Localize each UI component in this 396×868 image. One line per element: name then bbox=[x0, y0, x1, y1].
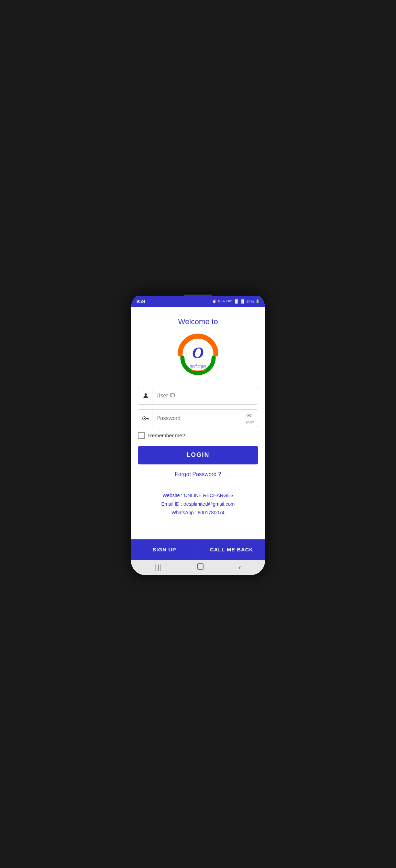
user-icon bbox=[142, 387, 153, 404]
logo-svg: O Recharges bbox=[176, 332, 220, 376]
svg-rect-7 bbox=[148, 419, 148, 420]
website-info: Website : ONLINE RECHARGES bbox=[138, 491, 258, 500]
svg-point-5 bbox=[144, 418, 145, 419]
battery-level: 54% bbox=[246, 299, 254, 304]
remember-me-row: Remember me? bbox=[138, 432, 258, 439]
status-time: 9:24 bbox=[136, 299, 145, 304]
show-password-toggle[interactable]: 👁 show bbox=[246, 413, 254, 424]
show-label: show bbox=[246, 420, 254, 424]
signal2-icon: ▐▌ bbox=[240, 299, 245, 303]
svg-rect-6 bbox=[146, 418, 148, 419]
user-id-field[interactable] bbox=[138, 387, 258, 405]
svg-text:Recharges: Recharges bbox=[189, 364, 207, 369]
contact-info: Website : ONLINE RECHARGES Email ID : oe… bbox=[138, 491, 258, 517]
menu-nav-icon[interactable]: ||| bbox=[152, 561, 165, 574]
volte-icon: Vo bbox=[222, 300, 225, 303]
signal-icon: ▐▌ bbox=[234, 299, 239, 303]
svg-point-3 bbox=[145, 393, 147, 396]
status-bar: 9:24 ⏰ ≋ Vo LTE1 ▐▌ ▐▌ 54% 🔋 bbox=[131, 296, 265, 307]
call-me-back-button[interactable]: CALL ME BACK bbox=[198, 539, 265, 560]
screen: 9:24 ⏰ ≋ Vo LTE1 ▐▌ ▐▌ 54% 🔋 Welcome to bbox=[131, 296, 265, 575]
key-icon bbox=[142, 410, 153, 427]
wifi-icon: ≋ bbox=[218, 299, 220, 303]
password-input[interactable] bbox=[156, 415, 246, 421]
remember-me-label: Remember me? bbox=[148, 432, 185, 438]
main-content: Welcome to O Recharges bbox=[131, 307, 265, 539]
home-nav-icon[interactable] bbox=[194, 560, 207, 575]
phone-frame: 9:24 ⏰ ≋ Vo LTE1 ▐▌ ▐▌ 54% 🔋 Welcome to bbox=[131, 293, 265, 575]
eye-icon: 👁 bbox=[246, 413, 253, 420]
svg-rect-8 bbox=[147, 419, 147, 419]
signup-button[interactable]: SIGN UP bbox=[131, 539, 198, 560]
alarm-icon: ⏰ bbox=[212, 299, 216, 303]
svg-text:O: O bbox=[192, 343, 204, 361]
svg-rect-9 bbox=[198, 564, 204, 570]
nav-bar: ||| ‹ bbox=[131, 560, 265, 575]
email-info: Email ID : oesplimited@gmail.com bbox=[138, 500, 258, 508]
login-button[interactable]: LOGIN bbox=[138, 446, 258, 464]
back-nav-icon[interactable]: ‹ bbox=[236, 560, 244, 575]
password-field[interactable]: 👁 show bbox=[138, 409, 258, 427]
phone-top-bar bbox=[131, 293, 265, 296]
status-icons: ⏰ ≋ Vo LTE1 ▐▌ ▐▌ 54% 🔋 bbox=[212, 299, 260, 304]
bottom-buttons: SIGN UP CALL ME BACK bbox=[131, 539, 265, 560]
whatsapp-info: WhatsApp : 8001780074 bbox=[138, 508, 258, 517]
battery-icon: 🔋 bbox=[255, 299, 260, 303]
lte-icon: LTE1 bbox=[226, 300, 233, 303]
login-container: Welcome to O Recharges bbox=[131, 307, 265, 539]
logo-container: O Recharges bbox=[176, 332, 220, 376]
remember-me-checkbox[interactable] bbox=[138, 432, 145, 439]
user-id-input[interactable] bbox=[156, 393, 254, 399]
welcome-text: Welcome to bbox=[178, 317, 218, 326]
forgot-password-link[interactable]: Forgot Password ? bbox=[175, 471, 221, 477]
